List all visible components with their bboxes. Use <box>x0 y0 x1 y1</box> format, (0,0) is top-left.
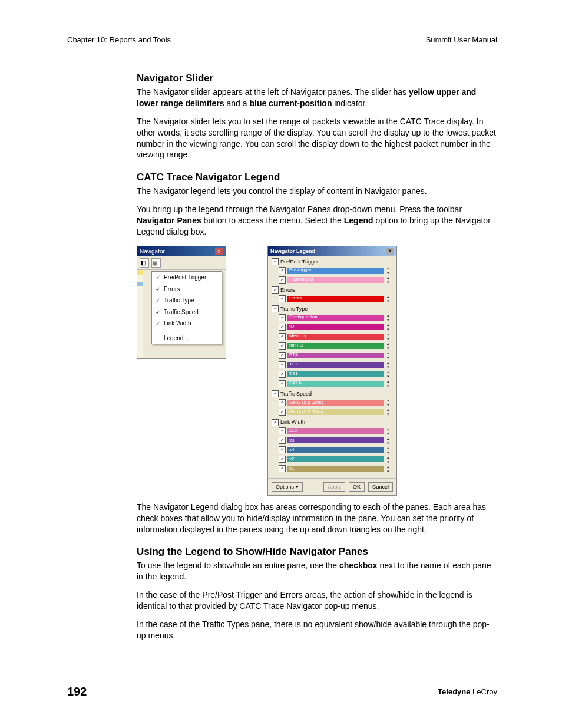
menu-item[interactable]: ✓Traffic Speed <box>152 307 222 318</box>
checkbox[interactable]: ✓ <box>279 267 286 274</box>
checkbox[interactable]: ✓ <box>272 305 279 312</box>
priority-arrows[interactable]: ▴▾ <box>387 275 393 284</box>
checkbox[interactable]: ✓ <box>279 465 286 472</box>
navigator-slider[interactable] <box>137 270 143 358</box>
legend-row: ✓Pre-trigger▴▾ <box>279 266 393 275</box>
color-swatch: x2 <box>287 456 384 462</box>
header-right: Summit User Manual <box>426 35 497 44</box>
priority-arrows[interactable]: ▴▾ <box>387 294 393 303</box>
priority-arrows[interactable]: ▴▾ <box>387 427 393 436</box>
page-number: 192 <box>67 685 87 699</box>
color-swatch: x8 <box>287 437 384 443</box>
dialog-titlebar: Navigator Legend × <box>268 246 396 256</box>
color-swatch: Post-trigger <box>287 277 384 283</box>
close-icon[interactable]: × <box>386 248 394 255</box>
checkbox[interactable]: ✓ <box>272 390 279 397</box>
color-swatch: Pre-trigger <box>287 268 384 274</box>
checkbox[interactable]: ✓ <box>279 324 286 331</box>
navigator-legend-dialog: Navigator Legend × ✓Pre/Post Trigger✓Pre… <box>267 246 397 496</box>
legend-group-header: ✓Link Width <box>272 419 393 426</box>
cancel-button[interactable]: Cancel <box>368 482 393 492</box>
priority-arrows[interactable]: ▴▾ <box>387 370 393 378</box>
priority-arrows[interactable]: ▴▾ <box>387 398 393 407</box>
priority-arrows[interactable]: ▴▾ <box>387 351 393 360</box>
legend-row: ✓TS1▴▾ <box>279 370 393 378</box>
color-swatch: x4 <box>287 447 384 453</box>
checkbox[interactable]: ✓ <box>279 361 286 368</box>
section-title-3: Using the Legend to Show/Hide Navigator … <box>137 545 497 559</box>
color-swatch: IO <box>287 324 384 330</box>
priority-arrows[interactable]: ▴▾ <box>387 436 393 445</box>
apply-button[interactable]: Apply <box>323 482 345 492</box>
legend-row: ✓x1▴▾ <box>279 465 393 473</box>
menu-item-legend[interactable]: Legend... <box>152 332 222 344</box>
sec2-p1: The Navigator legend lets you control th… <box>137 186 497 197</box>
options-button[interactable]: Options ▾ <box>272 482 303 492</box>
header-rule <box>67 48 497 48</box>
checkbox[interactable]: ✓ <box>279 409 286 416</box>
sec1-p1: The Navigator slider appears at the left… <box>137 87 497 109</box>
legend-row: ✓Configuration▴▾ <box>279 313 393 322</box>
checkbox[interactable]: ✓ <box>272 286 279 294</box>
checkbox[interactable]: ✓ <box>279 295 286 302</box>
priority-arrows[interactable]: ▴▾ <box>387 341 393 350</box>
color-swatch: TS2 <box>287 362 384 368</box>
sec3-p2: In the case of the Pre/Post Trigger and … <box>137 589 497 612</box>
check-icon: ✓ <box>156 285 164 294</box>
color-swatch: Gen2 (5.0 Gb/s) <box>287 400 384 406</box>
priority-arrows[interactable]: ▴▾ <box>387 446 393 454</box>
legend-row: ✓Gen1 (2.5 Gb/s)▴▾ <box>279 407 393 416</box>
ok-button[interactable]: OK <box>349 482 365 492</box>
checkbox[interactable]: ✓ <box>279 427 286 434</box>
legend-group-header: ✓Pre/Post Trigger <box>272 258 393 265</box>
color-swatch: x1 <box>287 466 384 472</box>
priority-arrows[interactable]: ▴▾ <box>387 322 393 331</box>
navigator-popup-menu: ✓Pre/Post Trigger✓Errors✓Traffic Type✓Tr… <box>151 271 222 344</box>
checkbox[interactable]: ✓ <box>279 342 286 350</box>
check-icon: ✓ <box>156 274 164 282</box>
toolbar-icon[interactable]: ▤ <box>151 258 161 268</box>
checkbox[interactable]: ✓ <box>279 437 286 444</box>
color-swatch: Init FC <box>287 343 384 349</box>
check-icon: ✓ <box>156 297 164 305</box>
checkbox[interactable]: ✓ <box>279 456 286 463</box>
checkbox[interactable]: ✓ <box>279 276 286 284</box>
legend-row: ✓Post-trigger▴▾ <box>279 275 393 284</box>
priority-arrows[interactable]: ▴▾ <box>387 313 393 322</box>
checkbox[interactable]: ✓ <box>272 419 279 426</box>
sec2-p2: You bring up the legend through the Navi… <box>137 204 497 238</box>
color-swatch: Errors <box>287 296 384 302</box>
menu-item[interactable]: ✓Link Width <box>152 318 222 330</box>
priority-arrows[interactable]: ▴▾ <box>387 455 393 464</box>
menu-item[interactable]: ✓Traffic Type <box>152 295 222 307</box>
checkbox[interactable]: ✓ <box>272 258 279 265</box>
priority-arrows[interactable]: ▴▾ <box>387 379 393 388</box>
legend-group-header: ✓Traffic Speed <box>272 390 393 397</box>
sec2-p3: The Navigator Legend dialog box has area… <box>137 502 497 535</box>
priority-arrows[interactable]: ▴▾ <box>387 360 393 369</box>
menu-item[interactable]: ✓Errors <box>152 284 222 295</box>
toolbar-icon[interactable]: ◧ <box>140 258 149 268</box>
color-swatch: Gen1 (2.5 Gb/s) <box>287 409 384 415</box>
sec1-p2: The Navigator slider lets you to set the… <box>137 116 497 161</box>
checkbox[interactable]: ✓ <box>279 314 286 321</box>
checkbox[interactable]: ✓ <box>279 446 286 453</box>
color-swatch: PAT N <box>287 381 384 387</box>
priority-arrows[interactable]: ▴▾ <box>387 332 393 341</box>
checkbox[interactable]: ✓ <box>279 333 286 340</box>
legend-row: ✓x2▴▾ <box>279 455 393 464</box>
priority-arrows[interactable]: ▴▾ <box>387 407 393 416</box>
navigator-titlebar: Navigator × <box>137 246 226 257</box>
checkbox[interactable]: ✓ <box>279 380 286 387</box>
checkbox[interactable]: ✓ <box>279 399 286 406</box>
footer-brand: Teledyne LeCroy <box>438 687 497 696</box>
navigator-panel-figure: Navigator × ◧ ▤ ✓Pre/Post Trigger✓Errors… <box>137 246 226 360</box>
priority-arrows[interactable]: ▴▾ <box>387 266 393 275</box>
priority-arrows[interactable]: ▴▾ <box>387 465 393 473</box>
checkbox[interactable]: ✓ <box>279 352 286 359</box>
close-icon[interactable]: × <box>215 248 223 255</box>
color-swatch: Memory <box>287 334 384 340</box>
checkbox[interactable]: ✓ <box>279 371 286 378</box>
legend-row: ✓x16▴▾ <box>279 427 393 436</box>
menu-item[interactable]: ✓Pre/Post Trigger <box>152 272 222 284</box>
